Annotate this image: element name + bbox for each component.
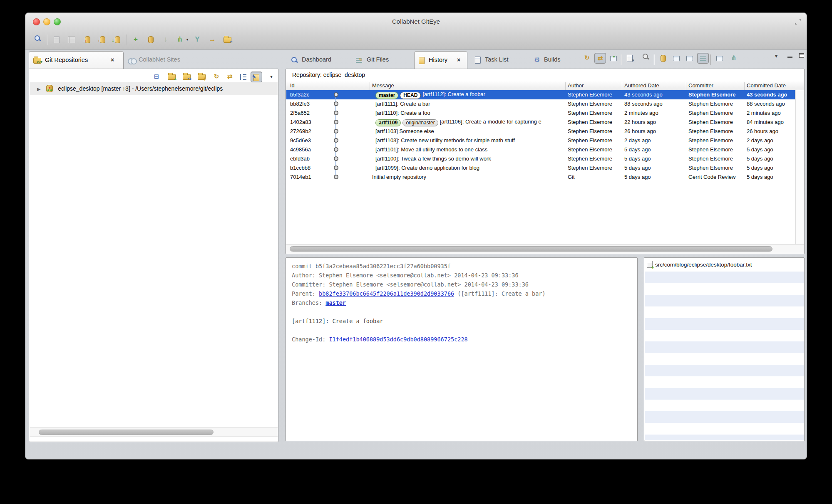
tab-history[interactable]: History ×	[414, 51, 467, 69]
show-commit-details-toggle[interactable]	[697, 53, 709, 64]
compare-with-working-tree-button[interactable]	[671, 53, 682, 64]
added-file-icon: +	[647, 261, 653, 268]
table-row[interactable]: 7014eb1 Initial empty repository Git 5 d…	[286, 173, 795, 182]
close-tab-icon[interactable]: ×	[111, 57, 114, 63]
scrollbar-thumb[interactable]	[39, 430, 214, 435]
plus-icon: +	[134, 35, 138, 43]
branch-merge-icon: ⋔	[731, 54, 737, 61]
committer: Stephen Elsemore	[688, 128, 745, 134]
view-menu-button[interactable]: ▾	[266, 72, 277, 82]
tree-item-label: eclipse_desktop [master ↑3] - /Users/ste…	[58, 85, 223, 92]
hierarchy-icon	[240, 74, 246, 80]
compare-mode-toggle[interactable]: ⇄	[594, 53, 606, 64]
branch-link[interactable]: master	[325, 299, 346, 306]
create-repository-button[interactable]: ✦	[196, 72, 207, 82]
branch-menu-button[interactable]: ▾	[184, 34, 190, 46]
search-button[interactable]	[31, 34, 44, 46]
refresh-history-button[interactable]: ↻	[581, 53, 593, 64]
maximize-view-button[interactable]	[797, 53, 806, 60]
all-branches-button[interactable]	[657, 53, 669, 64]
resize-icon[interactable]	[794, 18, 802, 25]
plus-badge-icon: ✦	[203, 77, 206, 81]
committer-line: Committer: Stephen Elsemore <selsemore@c…	[292, 281, 529, 288]
authored-date: 22 hours ago	[624, 119, 687, 125]
committer: Gerrit Code Review	[688, 174, 745, 180]
tab-builds[interactable]: ⚙ Builds	[531, 51, 573, 69]
table-row[interactable]: bb82fe3 [artf1111]: Create a bar Stephen…	[286, 99, 795, 109]
close-tab-icon[interactable]: ×	[457, 57, 460, 63]
remote-badge: origin/master	[402, 119, 438, 126]
file-list-item[interactable]: + src/com/blog/eclipse/desktop/foobar.tx…	[644, 259, 804, 271]
horizontal-scrollbar[interactable]	[286, 244, 804, 253]
add-button[interactable]: +	[129, 34, 142, 46]
change-id-line: Change-Id: I1f4edf1b406889d53dd6c9db0d80…	[292, 336, 468, 343]
layout-button[interactable]	[714, 53, 725, 64]
tab-collabnet-sites[interactable]: CollabNet Sites	[125, 51, 200, 69]
compare-branches-button[interactable]: ⋔	[728, 53, 740, 64]
column-author[interactable]: Author	[568, 82, 584, 89]
collapse-all-button[interactable]: ⊟	[151, 72, 162, 82]
add-repository-button[interactable]: +	[166, 72, 177, 82]
table-row[interactable]: 2f5a652 [artf1110]: Create a foo Stephen…	[286, 109, 795, 118]
push-button[interactable]: →	[144, 34, 157, 46]
window-title: CollabNet GitEye	[25, 18, 807, 25]
add-repository-icon: +	[168, 74, 176, 80]
table-row[interactable]: 27269b2 [artf1103] Someone else Stephen …	[286, 127, 795, 136]
column-committed-date[interactable]: Committed Date	[747, 82, 794, 89]
compare-with-each-other-button[interactable]	[684, 53, 695, 64]
commit-button[interactable]: →	[81, 34, 94, 46]
table-row[interactable]: 1402a83 artf1109origin/master[artf1106]:…	[286, 118, 795, 127]
pin-view-button[interactable]: ●	[608, 53, 619, 64]
fetch-button[interactable]: ↓	[159, 34, 172, 46]
link-with-selection-toggle[interactable]: ✎	[251, 72, 262, 82]
column-message[interactable]: Message	[372, 82, 394, 89]
tab-label: Dashboard	[302, 56, 331, 63]
hierarchy-button[interactable]	[237, 72, 249, 82]
switch-repository-button[interactable]: ⇄	[224, 72, 236, 82]
column-authored-date[interactable]: Authored Date	[624, 82, 659, 89]
vertical-scrollbar[interactable]	[795, 90, 804, 244]
table-row-selected[interactable]: b5f3a2c masterHEAD[artf1112]: Create a f…	[286, 90, 795, 99]
column-id[interactable]: Id	[290, 82, 295, 89]
committed-date: 26 hours ago	[747, 128, 794, 134]
refresh-button[interactable]: ↻	[211, 72, 222, 82]
annotate-button[interactable]: ▾	[624, 53, 636, 64]
commit-message: [artf1103] Someone else	[375, 128, 565, 134]
save-button[interactable]	[50, 34, 63, 46]
amend-commit-button[interactable]: ←	[96, 34, 109, 46]
committed-date: 5 days ago	[747, 174, 794, 180]
commit-message: [artf1101]: Move all utility methods to …	[375, 146, 565, 153]
committed-date: 88 seconds ago	[747, 101, 794, 107]
view-menu-button[interactable]: ▾	[772, 53, 781, 60]
table-row[interactable]: b1ccbb8 [artf1099]: Create demo applicat…	[286, 163, 795, 173]
change-id-link[interactable]: I1f4edf1b406889d53dd6c9db0d8089966725c22…	[329, 336, 467, 343]
horizontal-scrollbar[interactable]	[30, 427, 278, 437]
table-header[interactable]: Id Message Author Authored Date Committe…	[286, 81, 804, 90]
history-icon	[419, 57, 425, 64]
tree-item-eclipse-desktop[interactable]: ▶ eclipse_desktop [master ↑3] - /Users/s…	[30, 82, 278, 95]
annotate-icon	[627, 55, 633, 62]
tab-git-repositories[interactable]: GIT Git Repositories ×	[29, 51, 124, 69]
copy-button[interactable]	[65, 34, 78, 46]
table-row[interactable]: ebfd3ab [artf1100]: Tweak a few things s…	[286, 154, 795, 163]
open-resource-button[interactable]: ≡	[221, 34, 233, 46]
fetch-icon: ↓	[164, 35, 168, 43]
parent-hash-link[interactable]: bb82fe33706bc6645f2206a11de390d2d9033766	[319, 290, 454, 297]
minimize-view-button[interactable]	[785, 53, 795, 60]
table-row[interactable]: 9c5d6e3 [artf1103]: Create new utility m…	[286, 136, 795, 145]
cherry-pick-button[interactable]: →	[206, 34, 219, 46]
merge-button[interactable]: Y	[191, 34, 204, 46]
checkout-button[interactable]: ↓	[111, 34, 124, 46]
committer: Stephen Elsemore	[688, 101, 745, 107]
clone-repository-button[interactable]: ↷	[181, 72, 192, 82]
table-row[interactable]: 4c9856a [artf1101]: Move all utility met…	[286, 145, 795, 154]
graph-node-icon	[334, 156, 338, 161]
tab-git-files[interactable]: ✎ Git Files	[353, 51, 407, 69]
column-committer[interactable]: Committer	[688, 82, 713, 89]
search-history-button[interactable]	[640, 53, 651, 64]
tab-dashboard[interactable]: Dashboard	[288, 51, 348, 69]
scrollbar-thumb[interactable]	[290, 246, 772, 252]
expand-icon[interactable]: ▶	[37, 86, 40, 91]
tab-task-list[interactable]: Task List	[472, 51, 526, 69]
commit-id: ebfd3ab	[290, 156, 328, 162]
